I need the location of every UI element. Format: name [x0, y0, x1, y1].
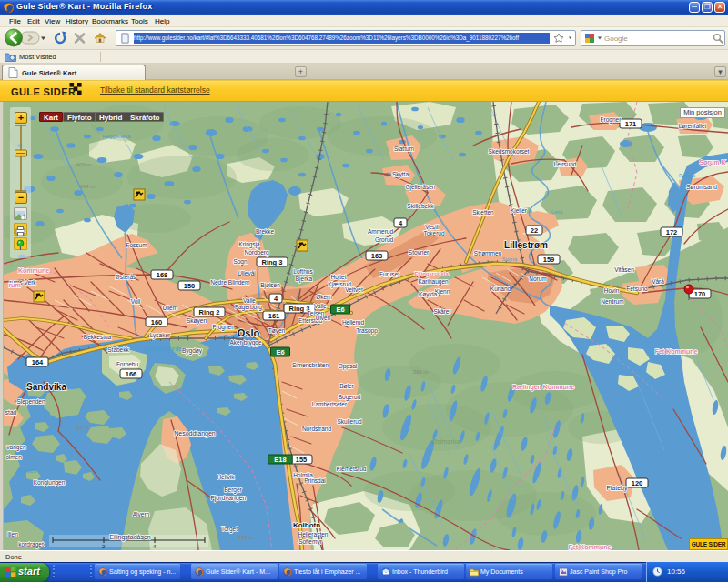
- svg-text:Alvern: Alvern: [133, 511, 150, 517]
- svg-text:Køyida: Køyida: [419, 291, 438, 298]
- svg-text:Holtet: Holtet: [331, 274, 347, 280]
- svg-text:Kjenn: Kjenn: [435, 288, 450, 296]
- svg-text:Kolbotn: Kolbotn: [293, 521, 320, 529]
- svg-text:394 m: 394 m: [413, 369, 429, 375]
- svg-text:Vårå: Vårå: [652, 278, 664, 285]
- svg-text:Ellingstadåsen: Ellingstadåsen: [109, 534, 151, 541]
- svg-text:Skytta: Skytta: [392, 171, 409, 178]
- svg-text:159: 159: [543, 256, 555, 264]
- svg-text:Stabekk: Stabekk: [107, 346, 129, 353]
- svg-text:Ring 3: Ring 3: [262, 258, 283, 266]
- svg-text:Veitvet: Veitvet: [345, 286, 363, 293]
- svg-text:Skøyen: Skøyen: [187, 317, 207, 325]
- svg-text:Stovner: Stovner: [409, 249, 430, 256]
- svg-text:Kommune: Kommune: [18, 267, 49, 274]
- svg-text:Vitåsen: Vitåsen: [614, 266, 634, 273]
- svg-text:Tokerud: Tokerud: [423, 230, 445, 236]
- svg-text:Fjordvangen: Fjordvangen: [211, 495, 247, 502]
- svg-text:Østerås: Østerås: [116, 274, 137, 280]
- svg-text:Skedsmokorset: Skedsmokorset: [489, 148, 530, 155]
- svg-text:Trasopp: Trasopp: [356, 327, 378, 335]
- svg-text:Leira: Leira: [551, 209, 563, 215]
- svg-text:Rømua: Rømua: [679, 173, 696, 178]
- svg-text:Sogn: Sogn: [233, 258, 248, 266]
- svg-text:Kringsjå: Kringsjå: [238, 241, 260, 248]
- svg-text:172: 172: [666, 228, 678, 236]
- svg-text:Skullerud: Skullerud: [337, 418, 361, 425]
- svg-text:rum: rum: [8, 282, 20, 288]
- svg-text:404 m: 404 m: [80, 184, 96, 189]
- svg-text:Gjelleråsen: Gjelleråsen: [406, 184, 436, 191]
- svg-text:164: 164: [32, 358, 44, 366]
- svg-text:51 m: 51 m: [76, 425, 88, 430]
- svg-text:Fet Kommune: Fet Kommune: [655, 348, 698, 355]
- svg-text:Fornebu: Fornebu: [116, 361, 139, 367]
- svg-text:Sørumsand: Sørumsand: [686, 184, 717, 190]
- svg-text:fjorden: fjorden: [18, 467, 36, 475]
- svg-text:Skårer: Skårer: [433, 308, 451, 315]
- svg-text:Ulven: Ulven: [316, 315, 331, 321]
- svg-text:olmen: olmen: [5, 454, 22, 460]
- svg-text:Konglungen: Konglungen: [34, 479, 66, 487]
- svg-text:390 m: 390 m: [238, 535, 254, 540]
- svg-text:Hovin: Hovin: [604, 287, 620, 294]
- svg-text:Lysakerfjorden: Lysakerfjorden: [144, 346, 186, 353]
- svg-text:166: 166: [126, 370, 137, 378]
- svg-text:Oslo: Oslo: [238, 327, 260, 338]
- svg-text:Nordberg: Nordberg: [244, 249, 268, 256]
- svg-text:Grorud: Grorud: [375, 236, 394, 243]
- svg-text:Vestli: Vestli: [425, 224, 440, 230]
- svg-text:Furuset: Furuset: [379, 271, 399, 277]
- svg-text:Ring 2: Ring 2: [199, 308, 220, 316]
- svg-text:E18: E18: [274, 456, 286, 464]
- svg-text:Lambertseter: Lambertseter: [312, 401, 348, 407]
- svg-text:Bekkestua: Bekkestua: [84, 334, 112, 340]
- svg-text:E6: E6: [336, 306, 344, 314]
- svg-text:Bogerud: Bogerud: [339, 394, 361, 401]
- svg-text:vangen: vangen: [6, 444, 26, 451]
- svg-text:Lørenfallet: Lørenfallet: [679, 123, 707, 129]
- svg-text:Ammerud: Ammerud: [368, 228, 394, 235]
- svg-text:Bøler: Bøler: [339, 383, 354, 389]
- svg-text:Oppsal: Oppsal: [339, 363, 358, 370]
- svg-text:Torget: Torget: [221, 526, 238, 533]
- svg-text:kordraget: kordraget: [18, 541, 44, 548]
- svg-text:Nedre Blindern: Nedre Blindern: [210, 279, 250, 286]
- svg-text:Frogner: Frogner: [213, 324, 235, 331]
- svg-text:170: 170: [694, 290, 706, 298]
- svg-text:llien: llien: [7, 531, 18, 537]
- svg-text:22: 22: [531, 226, 538, 235]
- svg-text:Tøyen: Tøyen: [268, 327, 286, 335]
- svg-text:Ullern: Ullern: [163, 305, 178, 311]
- svg-text:Frogner: Frogner: [601, 116, 622, 124]
- svg-text:Sørum K: Sørum K: [699, 159, 725, 166]
- svg-text:161: 161: [268, 312, 280, 320]
- svg-text:Slattum: Slattum: [394, 146, 414, 152]
- svg-text:Simensbråten: Simensbråten: [292, 362, 329, 368]
- svg-text:Voll: Voll: [131, 298, 141, 305]
- svg-text:Østmarka: Østmarka: [432, 438, 460, 445]
- svg-text:Hellerud: Hellerud: [342, 319, 365, 326]
- svg-text:Ullevål: Ullevål: [238, 270, 256, 276]
- svg-text:Valle: Valle: [243, 297, 256, 304]
- svg-text:Hellvik: Hellvik: [217, 474, 235, 480]
- svg-text:Leirsund: Leirsund: [554, 161, 577, 167]
- svg-text:Sandvika: Sandvika: [26, 382, 66, 392]
- svg-text:Brekke: Brekke: [256, 228, 275, 235]
- svg-text:stad: stad: [5, 409, 17, 416]
- svg-text:Fagerborg: Fagerborg: [235, 304, 262, 311]
- svg-text:171: 171: [625, 120, 637, 128]
- svg-text:Norum: Norum: [529, 276, 547, 282]
- svg-text:Lillestrøm: Lillestrøm: [504, 240, 548, 250]
- svg-text:Flateby: Flateby: [607, 485, 628, 492]
- svg-text:Nesoddtangen: Nesoddtangen: [174, 430, 216, 437]
- svg-text:Kurland: Kurland: [490, 286, 511, 292]
- svg-text:Prinsdal: Prinsdal: [304, 477, 326, 484]
- svg-text:Bjerka: Bjerka: [296, 276, 313, 283]
- svg-text:Slependen: Slependen: [16, 398, 45, 406]
- svg-text:163: 163: [371, 252, 383, 260]
- svg-text:Fet Kommune: Fet Kommune: [569, 544, 612, 550]
- svg-text:Strømmen: Strømmen: [474, 250, 502, 256]
- svg-text:E6: E6: [276, 348, 284, 356]
- svg-text:Rælingen Kommune: Rælingen Kommune: [512, 384, 574, 391]
